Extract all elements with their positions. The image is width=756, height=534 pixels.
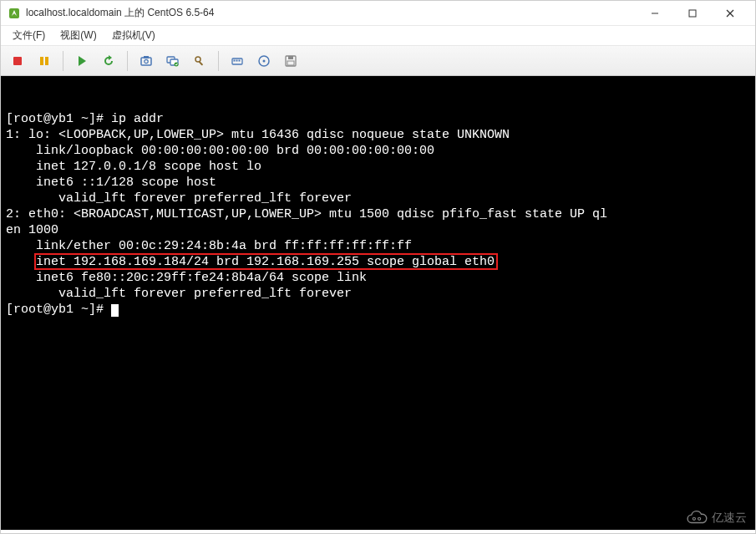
svg-point-23 bbox=[263, 59, 266, 62]
cdrom-button[interactable] bbox=[252, 49, 276, 73]
terminal-line: inet6 ::1/128 scope host bbox=[6, 175, 750, 191]
guest-tools-button[interactable] bbox=[188, 49, 211, 73]
svg-point-12 bbox=[145, 59, 148, 63]
terminal-line: [root@yb1 ~]# ip addr bbox=[6, 111, 750, 127]
send-cad-button[interactable] bbox=[226, 49, 249, 73]
menu-file[interactable]: 文件(F) bbox=[6, 27, 52, 44]
svg-rect-26 bbox=[287, 61, 294, 65]
minimize-button[interactable] bbox=[636, 1, 673, 26]
svg-point-28 bbox=[698, 517, 701, 520]
menubar: 文件(F) 视图(W) 虚拟机(V) bbox=[1, 26, 755, 46]
terminal-line: link/ether 00:0c:29:24:8b:4a brd ff:ff:f… bbox=[6, 238, 750, 254]
terminal-line: valid_lft forever preferred_lft forever bbox=[6, 191, 750, 206]
svg-rect-25 bbox=[288, 56, 293, 59]
window-title: localhost.localdomain 上的 CentOS 6.5-64 bbox=[26, 6, 636, 20]
terminal-cursor bbox=[111, 304, 119, 317]
svg-rect-5 bbox=[13, 57, 22, 65]
snapshot-manager-button[interactable] bbox=[161, 49, 185, 73]
svg-point-16 bbox=[195, 57, 200, 62]
svg-marker-9 bbox=[109, 55, 112, 60]
svg-point-15 bbox=[175, 62, 179, 66]
toolbar-separator bbox=[127, 51, 128, 71]
menu-view[interactable]: 视图(W) bbox=[53, 27, 103, 44]
terminal-line: 1: lo: <LOOPBACK,UP,LOWER_UP> mtu 16436 … bbox=[6, 127, 750, 143]
terminal-highlight-box bbox=[34, 253, 498, 270]
svg-rect-6 bbox=[40, 57, 43, 65]
terminal-line: link/loopback 00:00:00:00:00:00 brd 00:0… bbox=[6, 143, 750, 159]
terminal-line: valid_lft forever preferred_lft forever bbox=[6, 286, 750, 302]
svg-rect-2 bbox=[689, 10, 696, 17]
terminal-line: inet 127.0.0.1/8 scope host lo bbox=[6, 159, 750, 175]
svg-rect-19 bbox=[234, 59, 236, 61]
svg-marker-8 bbox=[79, 56, 86, 66]
svg-point-27 bbox=[693, 517, 695, 520]
svg-rect-21 bbox=[239, 59, 241, 61]
menu-vm[interactable]: 虚拟机(V) bbox=[105, 27, 162, 44]
svg-rect-10 bbox=[141, 58, 151, 65]
maximize-button[interactable] bbox=[673, 1, 711, 26]
terminal-line: [root@yb1 ~]# bbox=[6, 302, 750, 318]
stop-button[interactable] bbox=[6, 49, 29, 73]
watermark: 亿速云 bbox=[685, 510, 747, 526]
terminal-line: 2: eth0: <BROADCAST,MULTICAST,UP,LOWER_U… bbox=[6, 206, 750, 222]
play-button[interactable] bbox=[70, 49, 94, 73]
app-icon bbox=[8, 7, 21, 20]
svg-rect-11 bbox=[144, 56, 149, 58]
titlebar: localhost.localdomain 上的 CentOS 6.5-64 bbox=[1, 1, 755, 26]
terminal[interactable]: [root@yb1 ~]# ip addr1: lo: <LOOPBACK,UP… bbox=[1, 76, 755, 530]
terminal-line: inet6 fe80::20c:29ff:fe24:8b4a/64 scope … bbox=[6, 270, 750, 286]
svg-rect-17 bbox=[199, 61, 204, 66]
cloud-icon bbox=[685, 510, 708, 526]
svg-rect-7 bbox=[45, 57, 48, 65]
svg-rect-20 bbox=[236, 59, 238, 61]
watermark-text: 亿速云 bbox=[712, 511, 747, 526]
toolbar bbox=[1, 46, 755, 76]
floppy-button[interactable] bbox=[279, 49, 302, 73]
window-controls bbox=[636, 1, 748, 26]
snapshot-button[interactable] bbox=[134, 49, 158, 73]
toolbar-separator bbox=[218, 51, 219, 71]
pause-button[interactable] bbox=[33, 49, 56, 73]
close-button[interactable] bbox=[711, 1, 748, 26]
terminal-line: en 1000 bbox=[6, 222, 750, 238]
toolbar-separator bbox=[63, 51, 63, 71]
restart-button[interactable] bbox=[97, 49, 120, 73]
